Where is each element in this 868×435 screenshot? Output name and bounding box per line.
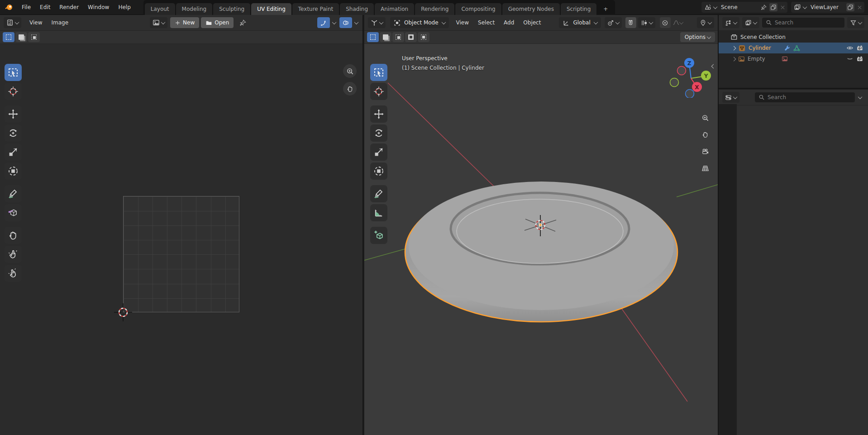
- hidden-eye-icon[interactable]: [846, 55, 854, 62]
- uv-touch-rotate-tool[interactable]: [5, 265, 22, 282]
- falloff-dropdown[interactable]: [672, 17, 683, 28]
- outliner-row-scene-collection[interactable]: Scene Collection: [719, 32, 868, 43]
- empty-label[interactable]: Empty: [748, 56, 765, 62]
- uv-rotate-tool[interactable]: [5, 124, 22, 142]
- select-mode-extend[interactable]: [15, 32, 27, 42]
- tab-modeling[interactable]: Modeling: [176, 3, 213, 15]
- uv-annotate-tool[interactable]: [5, 185, 22, 202]
- uv-menu-view[interactable]: View: [25, 19, 47, 26]
- vp-cursor-tool[interactable]: [370, 83, 387, 100]
- empty-data-icon[interactable]: [782, 56, 788, 62]
- uv-gizmos-toggle[interactable]: [317, 17, 330, 28]
- scene-browse-chevron[interactable]: [713, 5, 718, 9]
- cylinder-object[interactable]: [405, 182, 677, 322]
- uv-scale-tool[interactable]: [5, 143, 22, 161]
- uv-canvas[interactable]: [0, 44, 362, 435]
- uv-grab-tool[interactable]: [5, 204, 22, 221]
- select-mode-set[interactable]: [3, 32, 14, 42]
- uv-pan-hand-tool[interactable]: [5, 227, 22, 244]
- tab-layout[interactable]: Layout: [145, 3, 175, 15]
- uv-editor-type-button[interactable]: [4, 17, 21, 28]
- new-image-button[interactable]: New: [170, 17, 199, 28]
- outliner-search-input[interactable]: [775, 19, 820, 26]
- pin-image-icon[interactable]: [239, 19, 247, 27]
- view-layer-icon[interactable]: [794, 4, 801, 11]
- vp-menu-add[interactable]: Add: [499, 19, 519, 26]
- menu-render[interactable]: Render: [55, 4, 83, 10]
- menu-file[interactable]: File: [17, 4, 35, 10]
- scene-collection-label[interactable]: Scene Collection: [740, 34, 786, 40]
- modifier-wrench-icon[interactable]: [784, 45, 791, 52]
- outliner-row-cylinder[interactable]: Cylinder: [719, 43, 868, 53]
- image-browse-button[interactable]: [150, 17, 167, 28]
- snap-target-dropdown[interactable]: [638, 17, 655, 28]
- pin-icon[interactable]: [760, 4, 767, 11]
- outliner-filter-button[interactable]: [847, 17, 864, 28]
- uv-overlays-chevron[interactable]: [354, 20, 359, 24]
- uv-touch-zoom-tool[interactable]: [5, 246, 22, 263]
- scene-icon[interactable]: [704, 4, 711, 11]
- outliner-search[interactable]: [762, 18, 844, 28]
- uv-overlays-toggle[interactable]: [339, 17, 352, 28]
- view-layer-name[interactable]: ViewLayer: [809, 4, 844, 10]
- vp-transform-tool[interactable]: [370, 163, 387, 180]
- new-view-layer-icon[interactable]: [846, 3, 854, 11]
- vp-camera-view-button[interactable]: [698, 144, 712, 158]
- tab-texture-paint[interactable]: Texture Paint: [292, 3, 339, 15]
- proportional-editing-toggle[interactable]: [660, 17, 671, 28]
- empty-expand-chevron[interactable]: [732, 57, 736, 61]
- outliner-row-empty[interactable]: Empty: [719, 53, 868, 64]
- tab-uv-editing[interactable]: UV Editing: [251, 3, 291, 15]
- vp-select-mode-intersect[interactable]: [418, 32, 429, 42]
- delete-view-layer-icon[interactable]: [857, 5, 863, 10]
- menu-edit[interactable]: Edit: [35, 4, 55, 10]
- vp-annotate-tool[interactable]: [370, 185, 387, 202]
- delete-scene-icon[interactable]: [780, 5, 786, 10]
- axis-z-ball[interactable]: Z: [684, 58, 694, 68]
- uv-cursor-tool[interactable]: [5, 83, 22, 100]
- uv-box-select-tool[interactable]: [5, 64, 22, 81]
- pivot-dropdown[interactable]: [605, 17, 622, 28]
- axis-neg-y-ball[interactable]: [670, 78, 679, 87]
- properties-editor-type-button[interactable]: [722, 92, 739, 103]
- cylinder-label[interactable]: Cylinder: [749, 45, 771, 51]
- vp-move-tool[interactable]: [370, 105, 387, 123]
- select-mode-subtract[interactable]: [28, 32, 40, 42]
- menu-help[interactable]: Help: [114, 4, 135, 10]
- properties-search[interactable]: [755, 92, 855, 102]
- axis-neg-x-ball[interactable]: [677, 67, 686, 75]
- tab-shading[interactable]: Shading: [340, 3, 374, 15]
- uv-gizmos-chevron[interactable]: [332, 20, 337, 24]
- navigation-gizmo[interactable]: Z Y X: [668, 51, 715, 98]
- axis-x-ball[interactable]: X: [692, 82, 702, 92]
- options-dropdown[interactable]: Options: [680, 32, 715, 42]
- properties-search-input[interactable]: [768, 94, 813, 100]
- vp-menu-view[interactable]: View: [452, 19, 473, 26]
- vp-menu-object[interactable]: Object: [519, 19, 545, 26]
- uv-move-tool[interactable]: [5, 105, 22, 123]
- mode-dropdown[interactable]: Object Mode: [390, 17, 449, 28]
- uv-menu-image[interactable]: Image: [47, 19, 73, 26]
- vp-zoom-button[interactable]: [698, 111, 712, 124]
- vp-menu-select[interactable]: Select: [473, 19, 499, 26]
- vp-pan-button[interactable]: [698, 128, 712, 141]
- properties-options-chevron[interactable]: [858, 95, 863, 99]
- vp-measure-tool[interactable]: [370, 204, 387, 221]
- mesh-data-icon[interactable]: [793, 45, 800, 52]
- vp-select-mode-subtract[interactable]: [392, 32, 404, 42]
- tab-scripting[interactable]: Scripting: [561, 3, 596, 15]
- uv-transform-tool[interactable]: [5, 163, 22, 180]
- viewport-canvas[interactable]: User Perspective (1) Scene Collection | …: [364, 44, 718, 435]
- view-layer-browse-chevron[interactable]: [803, 5, 807, 9]
- gizmos-dropdown[interactable]: [697, 17, 714, 28]
- snap-toggle[interactable]: [625, 17, 636, 28]
- menu-window[interactable]: Window: [83, 4, 114, 10]
- vp-ortho-toggle-button[interactable]: [698, 161, 712, 175]
- vp-add-cube-tool[interactable]: [370, 227, 387, 244]
- vp-select-mode-invert[interactable]: [405, 32, 417, 42]
- orientation-dropdown[interactable]: Global: [559, 17, 601, 28]
- tab-rendering[interactable]: Rendering: [415, 3, 454, 15]
- vp-box-select-tool[interactable]: [370, 64, 387, 81]
- uv-pan-button[interactable]: [343, 82, 357, 96]
- disable-render-icon[interactable]: [856, 44, 863, 52]
